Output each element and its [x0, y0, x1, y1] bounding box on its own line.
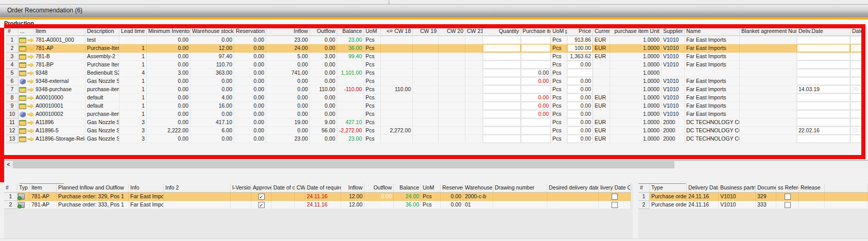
cell-qty[interactable] [483, 94, 521, 102]
link-arrow-icon[interactable] [27, 95, 34, 101]
cell-dlv[interactable] [797, 102, 850, 110]
cell-qty[interactable] [483, 69, 521, 77]
cell-qty[interactable] [483, 53, 521, 61]
col-header-ref[interactable]: ss Referen [776, 183, 799, 193]
cell-pit[interactable] [521, 53, 551, 61]
cell-qty[interactable] [483, 44, 521, 53]
cell-price[interactable]: 0.00 [567, 110, 593, 118]
col-header-info[interactable]: Info [129, 183, 164, 193]
col-header-n[interactable]: # [4, 183, 18, 193]
col-header-ddc[interactable]: livery Date C [599, 183, 631, 193]
col-header-ddd[interactable]: Desired delivery date [547, 183, 599, 193]
col-header-doc[interactable]: Document [756, 183, 776, 193]
cell-item[interactable]: 9348 [34, 69, 85, 77]
cell-price[interactable]: 0.00 [567, 118, 593, 127]
row-number[interactable]: 2 [6, 44, 19, 53]
col-header-item[interactable]: Item [30, 183, 57, 193]
cell-pit[interactable]: 0.00 [521, 77, 551, 85]
cell-pit[interactable]: 0.00 [521, 69, 551, 77]
cell-item[interactable]: 781-B [34, 53, 85, 61]
cell-pit[interactable]: 0.00 [521, 110, 551, 118]
col-header-bal[interactable]: Balance [394, 183, 421, 193]
scroll-left-button[interactable]: < [4, 161, 13, 168]
cell-qty[interactable] [483, 127, 521, 135]
cell-price[interactable]: 0.00 [567, 94, 593, 102]
link-arrow-icon[interactable] [27, 87, 34, 93]
cell-item[interactable]: 9348-purchase [34, 85, 85, 94]
col-header-resv[interactable]: Reserved [441, 183, 463, 193]
cell-price[interactable]: 0.00 [567, 135, 593, 143]
cell-dto[interactable] [850, 44, 861, 53]
cell-dto[interactable] [850, 61, 861, 69]
cell-item[interactable]: A11896 [34, 118, 85, 127]
cell-pit[interactable] [521, 85, 551, 94]
cell-item[interactable]: A00010002 [34, 110, 85, 118]
col-header-rel[interactable]: Release [799, 183, 825, 193]
horizontal-scrollbar[interactable]: < [4, 160, 868, 168]
checkbox-ddc[interactable] [612, 202, 618, 208]
col-header-fill[interactable] [825, 183, 868, 193]
link-arrow-icon[interactable] [27, 128, 34, 134]
cell-qty[interactable] [483, 110, 521, 118]
row-number[interactable]: 6 [6, 77, 19, 85]
col-header-dord[interactable]: Date of order [272, 183, 295, 193]
link-arrow-icon[interactable] [27, 62, 34, 68]
cell-dto[interactable] [850, 53, 861, 61]
cell-pit[interactable]: 0.00 [521, 102, 551, 110]
col-header-ddate[interactable]: Delivery Date [687, 183, 719, 193]
cell-item[interactable]: 781-BP [34, 61, 85, 69]
cell-price[interactable]: 0.00 [567, 102, 593, 110]
checkbox-ref[interactable] [785, 202, 791, 208]
cell-dto[interactable] [850, 102, 861, 110]
cell-dlv[interactable] [797, 44, 850, 53]
cell-pit[interactable] [521, 44, 551, 53]
cell-dto[interactable]: 22.02. [850, 127, 861, 135]
cell-item[interactable]: A00010000 [34, 94, 85, 102]
cell-qty[interactable] [483, 36, 521, 44]
link-arrow-icon[interactable] [27, 79, 34, 84]
cell-dlv[interactable] [797, 118, 850, 127]
cell-dto[interactable] [850, 77, 861, 85]
cell-dlv[interactable]: 22.02.16 [797, 127, 850, 135]
cell-pit[interactable] [521, 61, 551, 69]
col-header-info2[interactable]: Info 2 [164, 183, 231, 193]
cell-item[interactable]: 781-A0001_000 [34, 36, 85, 44]
cell-dto[interactable] [850, 110, 861, 118]
link-arrow-icon[interactable] [27, 71, 34, 76]
cell-qty[interactable] [483, 85, 521, 94]
col-header-inf[interactable]: Inflow [341, 183, 364, 193]
row-number[interactable]: 7 [6, 85, 19, 94]
link-arrow-icon[interactable] [27, 112, 34, 117]
cell-qty[interactable] [483, 61, 521, 69]
checkbox-ddc[interactable] [612, 194, 618, 200]
checkbox-appr[interactable]: ✓ [258, 194, 265, 200]
cell-dto[interactable] [850, 36, 861, 44]
row-number[interactable]: 12 [6, 127, 19, 135]
cell-dlv[interactable] [797, 110, 850, 118]
col-header-bp[interactable]: Business partner [719, 183, 756, 193]
cell-pit[interactable] [521, 118, 551, 127]
col-header-ticon[interactable]: Typ [18, 183, 30, 193]
row-number[interactable]: 2 [4, 201, 18, 209]
cell-item[interactable]: 781-AP [30, 201, 57, 209]
cell-price[interactable]: 913.86 [567, 36, 593, 44]
cell-dlv[interactable] [797, 53, 850, 61]
cell-qty[interactable] [483, 77, 521, 85]
cell-dlv[interactable] [797, 69, 850, 77]
row-number[interactable]: 1 [4, 193, 18, 201]
cell-qty[interactable] [483, 135, 521, 143]
cell-item[interactable]: 781-AP [34, 44, 85, 53]
col-header-wh[interactable]: Warehouse [463, 183, 493, 193]
cell-item[interactable]: 9348-external [34, 77, 85, 85]
link-arrow-icon[interactable] [27, 136, 34, 142]
row-number[interactable]: 4 [6, 61, 19, 69]
col-header-dreq[interactable]: Date of requirem [305, 183, 341, 193]
cell-dlv[interactable] [797, 61, 850, 69]
cell-dlv[interactable] [797, 135, 850, 143]
row-number[interactable]: 3 [6, 53, 19, 61]
scrollbar-thumb[interactable] [13, 161, 674, 168]
row-number[interactable]: 5 [6, 69, 19, 77]
col-header-appr[interactable]: Approved [251, 183, 272, 193]
row-number[interactable]: 9 [6, 102, 19, 110]
cell-pit[interactable]: 0.00 [521, 94, 551, 102]
